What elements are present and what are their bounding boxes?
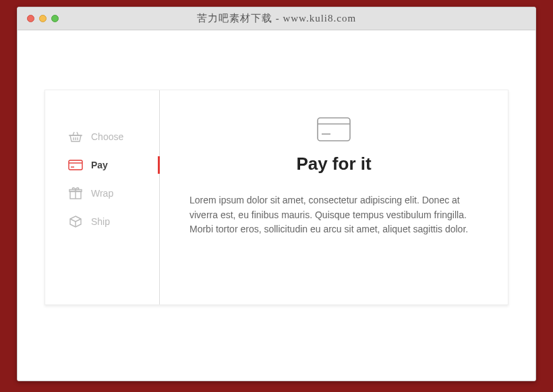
basket-icon <box>68 131 83 143</box>
tab-label: Choose <box>91 131 123 142</box>
tab-label: Wrap <box>91 188 113 199</box>
tab-choose[interactable]: Choose <box>68 123 159 151</box>
gift-icon <box>68 187 83 200</box>
box-icon <box>68 215 83 228</box>
svg-rect-6 <box>318 118 350 141</box>
content-heading: Pay for it <box>190 154 478 174</box>
svg-rect-0 <box>69 160 82 170</box>
content-body: Lorem ipsum dolor sit amet, consectetur … <box>190 193 478 237</box>
window-title: 苦力吧素材下载 - www.kuli8.com <box>18 12 535 25</box>
tab-ship[interactable]: Ship <box>68 207 159 236</box>
card-icon <box>190 117 478 141</box>
wizard-card: Choose Pay Wrap <box>45 90 508 305</box>
wizard-sidebar: Choose Pay Wrap <box>45 90 160 304</box>
tab-wrap[interactable]: Wrap <box>68 179 159 207</box>
tab-pay[interactable]: Pay <box>68 151 159 179</box>
window-body: Choose Pay Wrap <box>18 30 535 381</box>
app-window: 苦力吧素材下载 - www.kuli8.com Choose Pay <box>17 7 536 381</box>
tab-label: Pay <box>91 160 108 170</box>
titlebar: 苦力吧素材下载 - www.kuli8.com <box>18 7 535 30</box>
wizard-content: Pay for it Lorem ipsum dolor sit amet, c… <box>160 90 508 304</box>
tab-label: Ship <box>91 216 110 227</box>
card-icon <box>68 160 83 170</box>
